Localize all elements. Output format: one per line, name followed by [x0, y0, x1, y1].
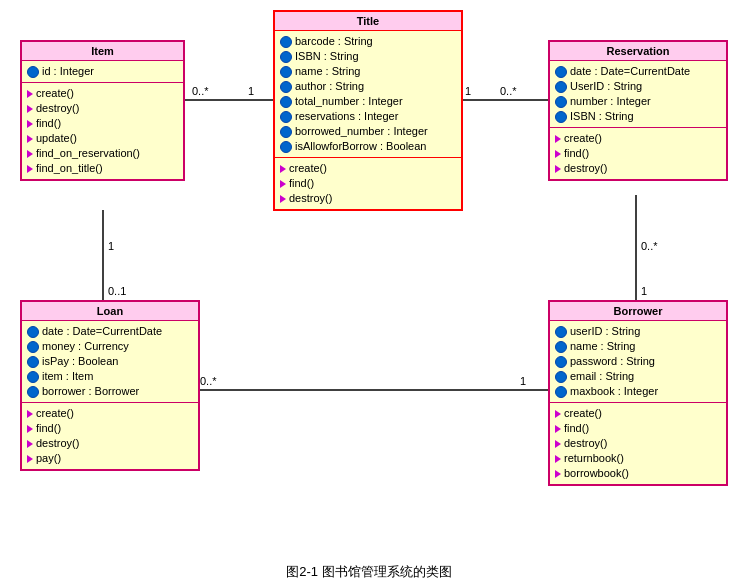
reservation-title: Reservation: [550, 42, 726, 61]
svg-text:0..*: 0..*: [192, 85, 209, 97]
reservation-method-destroy: destroy(): [555, 161, 721, 176]
method-icon: [27, 135, 33, 143]
svg-text:0..*: 0..*: [641, 240, 658, 252]
attr-icon: [280, 81, 292, 93]
loan-attributes: date : Date=CurrentDate money : Currency…: [22, 321, 198, 403]
method-icon: [27, 440, 33, 448]
item-attr-id: id : Integer: [27, 64, 178, 79]
title-attr-isbn: ISBN : String: [280, 49, 456, 64]
borrower-attributes: userID : String name : String password :…: [550, 321, 726, 403]
attr-icon: [555, 386, 567, 398]
borrower-methods: create() find() destroy() returnbook() b…: [550, 403, 726, 484]
reservation-methods: create() find() destroy(): [550, 128, 726, 179]
method-icon: [555, 165, 561, 173]
item-method-find-reservation: find_on_reservation(): [27, 146, 178, 161]
item-method-destroy: destroy(): [27, 101, 178, 116]
reservation-attr-number: number : Integer: [555, 94, 721, 109]
attr-icon: [27, 371, 39, 383]
svg-text:1: 1: [248, 85, 254, 97]
borrower-title: Borrower: [550, 302, 726, 321]
title-title: Title: [275, 12, 461, 31]
borrower-attr-password: password : String: [555, 354, 721, 369]
method-icon: [555, 425, 561, 433]
method-icon: [27, 90, 33, 98]
attr-icon: [555, 81, 567, 93]
svg-text:0..*: 0..*: [200, 375, 217, 387]
loan-method-destroy: destroy(): [27, 436, 193, 451]
attr-icon: [280, 141, 292, 153]
loan-attr-date: date : Date=CurrentDate: [27, 324, 193, 339]
title-attr-author: author : String: [280, 79, 456, 94]
method-icon: [555, 440, 561, 448]
method-icon: [280, 180, 286, 188]
loan-attr-ispay: isPay : Boolean: [27, 354, 193, 369]
borrower-attr-maxbook: maxbook : Integer: [555, 384, 721, 399]
method-icon: [27, 455, 33, 463]
title-attr-reservations: reservations : Integer: [280, 109, 456, 124]
title-attributes: barcode : String ISBN : String name : St…: [275, 31, 461, 158]
borrower-attr-userid: userID : String: [555, 324, 721, 339]
svg-text:1: 1: [465, 85, 471, 97]
title-attr-isallow: isAllowforBorrow : Boolean: [280, 139, 456, 154]
attr-icon: [280, 66, 292, 78]
method-icon: [27, 425, 33, 433]
svg-text:0..*: 0..*: [500, 85, 517, 97]
borrower-method-find: find(): [555, 421, 721, 436]
reservation-attributes: date : Date=CurrentDate UserID : String …: [550, 61, 726, 128]
item-class: Item id : Integer create() destroy() fin…: [20, 40, 185, 181]
title-attr-barcode: barcode : String: [280, 34, 456, 49]
method-icon: [27, 120, 33, 128]
method-icon: [555, 135, 561, 143]
method-icon: [27, 165, 33, 173]
attr-icon: [555, 326, 567, 338]
loan-method-pay: pay(): [27, 451, 193, 466]
attr-icon: [555, 371, 567, 383]
loan-class: Loan date : Date=CurrentDate money : Cur…: [20, 300, 200, 471]
attr-icon: [27, 66, 39, 78]
method-icon: [555, 470, 561, 478]
item-method-find-title: find_on_title(): [27, 161, 178, 176]
loan-methods: create() find() destroy() pay(): [22, 403, 198, 469]
reservation-attr-date: date : Date=CurrentDate: [555, 64, 721, 79]
borrower-attr-name: name : String: [555, 339, 721, 354]
borrower-method-borrowbook: borrowbook(): [555, 466, 721, 481]
attr-icon: [280, 126, 292, 138]
method-icon: [280, 165, 286, 173]
attr-icon: [280, 51, 292, 63]
svg-text:1: 1: [520, 375, 526, 387]
attr-icon: [555, 66, 567, 78]
loan-attr-borrower: borrower : Borrower: [27, 384, 193, 399]
svg-text:1: 1: [641, 285, 647, 297]
title-methods: create() find() destroy(): [275, 158, 461, 209]
attr-icon: [280, 96, 292, 108]
loan-method-create: create(): [27, 406, 193, 421]
method-icon: [27, 150, 33, 158]
attr-icon: [27, 386, 39, 398]
loan-attr-item: item : Item: [27, 369, 193, 384]
reservation-method-create: create(): [555, 131, 721, 146]
attr-icon: [280, 36, 292, 48]
attr-icon: [27, 326, 39, 338]
loan-attr-money: money : Currency: [27, 339, 193, 354]
attr-icon: [555, 111, 567, 123]
attr-icon: [555, 356, 567, 368]
item-method-create: create(): [27, 86, 178, 101]
svg-text:0..1: 0..1: [108, 285, 126, 297]
attr-icon: [280, 111, 292, 123]
title-attr-total: total_number : Integer: [280, 94, 456, 109]
borrower-class: Borrower userID : String name : String p…: [548, 300, 728, 486]
reservation-class: Reservation date : Date=CurrentDate User…: [548, 40, 728, 181]
method-icon: [555, 455, 561, 463]
item-methods: create() destroy() find() update() find_…: [22, 83, 183, 179]
title-class: Title barcode : String ISBN : String nam…: [273, 10, 463, 211]
title-method-find: find(): [280, 176, 456, 191]
item-attributes: id : Integer: [22, 61, 183, 83]
item-method-update: update(): [27, 131, 178, 146]
item-method-find: find(): [27, 116, 178, 131]
reservation-attr-userid: UserID : String: [555, 79, 721, 94]
loan-title: Loan: [22, 302, 198, 321]
method-icon: [555, 150, 561, 158]
borrower-method-create: create(): [555, 406, 721, 421]
method-icon: [555, 410, 561, 418]
uml-diagram: 0..* 1 1 0..* 1 0..1 0..* 1 0..* 1 Item …: [0, 0, 738, 555]
